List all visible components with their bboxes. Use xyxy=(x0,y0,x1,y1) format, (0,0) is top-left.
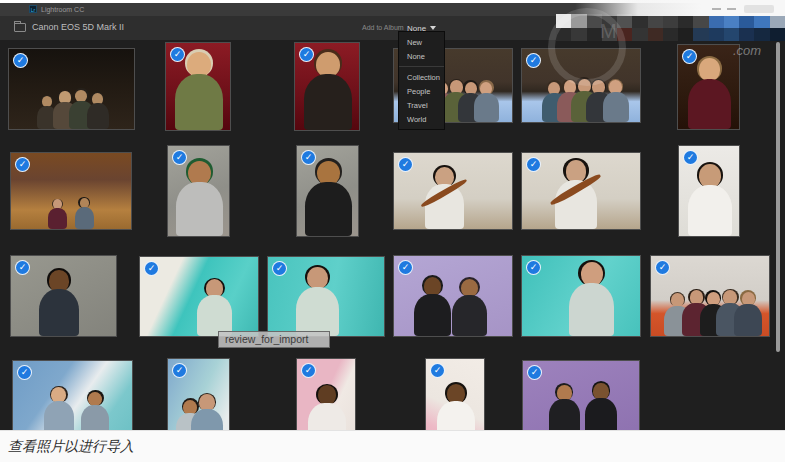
photo-thumbnail-10[interactable]: ✓ xyxy=(393,152,513,230)
photo-thumbnail-12[interactable]: ✓ xyxy=(678,145,740,237)
selected-check-badge[interactable]: ✓ xyxy=(15,157,30,172)
person-figure xyxy=(555,160,598,229)
mosaic-block xyxy=(663,28,678,42)
mosaic-block xyxy=(648,28,663,42)
photo-thumbnail-14[interactable]: ✓ xyxy=(139,256,259,337)
person-figure xyxy=(688,164,732,236)
person-figure xyxy=(197,279,232,336)
photo-thumbnail-23[interactable]: ✓ xyxy=(522,360,640,435)
mosaic-block xyxy=(724,28,739,42)
chevron-down-icon xyxy=(430,26,436,30)
menu-item-new[interactable]: New xyxy=(399,35,444,49)
selected-check-badge[interactable]: ✓ xyxy=(682,49,697,64)
mosaic-block xyxy=(648,14,663,28)
selected-check-badge[interactable]: ✓ xyxy=(301,363,316,378)
mosaic-block xyxy=(632,28,647,42)
person-figure xyxy=(688,58,732,129)
photo-thumbnail-2[interactable]: ✓ xyxy=(165,42,231,131)
minimize-icon[interactable] xyxy=(712,8,721,10)
photo-thumbnail-11[interactable]: ✓ xyxy=(521,152,641,230)
photo-thumbnail-3[interactable]: ✓ xyxy=(294,42,360,131)
selected-check-badge[interactable]: ✓ xyxy=(526,260,541,275)
filename-tooltip: review_for_import xyxy=(218,331,330,348)
person-figure xyxy=(296,267,339,336)
selected-check-badge[interactable]: ✓ xyxy=(299,47,314,62)
selected-check-badge[interactable]: ✓ xyxy=(683,150,698,165)
menu-item-world[interactable]: World xyxy=(399,112,444,126)
menu-item-travel[interactable]: Travel xyxy=(399,98,444,112)
menu-divider xyxy=(399,66,444,67)
photo-thumbnail-9[interactable]: ✓ xyxy=(296,145,359,237)
mosaic-block xyxy=(770,14,785,28)
person-figure xyxy=(304,52,353,130)
selected-check-badge[interactable]: ✓ xyxy=(17,365,32,380)
photo-thumbnail-1[interactable]: ✓ xyxy=(8,48,135,130)
selected-check-badge[interactable]: ✓ xyxy=(430,363,445,378)
mosaic-block xyxy=(587,28,602,42)
person-figure xyxy=(87,93,109,129)
selected-check-badge[interactable]: ✓ xyxy=(526,157,541,172)
selected-check-badge[interactable]: ✓ xyxy=(301,150,316,165)
mosaic-block xyxy=(693,28,708,42)
mosaic-block xyxy=(602,14,617,28)
photo-thumbnail-16[interactable]: ✓ xyxy=(393,255,513,337)
photo-thumbnail-6[interactable]: ✓ xyxy=(677,44,740,130)
photo-thumbnail-15[interactable]: ✓ xyxy=(267,256,385,337)
mosaic-block xyxy=(617,14,632,28)
selected-check-badge[interactable]: ✓ xyxy=(13,53,28,68)
photo-thumbnail-17[interactable]: ✓ xyxy=(521,255,641,337)
lightroom-app-icon: Lr xyxy=(29,5,37,13)
selected-check-badge[interactable]: ✓ xyxy=(398,260,413,275)
selected-check-badge[interactable]: ✓ xyxy=(15,260,30,275)
person-figure xyxy=(414,277,451,336)
maximize-icon[interactable] xyxy=(727,8,736,10)
mosaic-block xyxy=(602,28,617,42)
mosaic-block xyxy=(678,14,693,28)
person-figure xyxy=(175,52,224,130)
selected-check-badge[interactable]: ✓ xyxy=(526,53,541,68)
photo-thumbnail-18[interactable]: ✓ xyxy=(650,255,770,337)
person-figure xyxy=(569,262,615,336)
album-dropdown-menu: NewNoneCollectionPeopleTravelWorld xyxy=(398,31,445,130)
selected-check-badge[interactable]: ✓ xyxy=(172,363,187,378)
censored-mosaic-region xyxy=(556,14,785,41)
selected-check-badge[interactable]: ✓ xyxy=(655,260,670,275)
folder-icon xyxy=(14,23,26,32)
menu-item-none[interactable]: None xyxy=(399,49,444,63)
close-icon[interactable] xyxy=(744,5,774,13)
vertical-scrollbar[interactable] xyxy=(776,42,780,352)
photo-thumbnail-8[interactable]: ✓ xyxy=(167,145,230,237)
mosaic-block xyxy=(754,14,769,28)
person-figure xyxy=(305,161,352,236)
selected-check-badge[interactable]: ✓ xyxy=(144,261,159,276)
person-figure xyxy=(549,385,580,435)
photo-thumbnail-19[interactable]: ✓ xyxy=(12,360,133,438)
mosaic-block xyxy=(571,28,586,42)
mosaic-block xyxy=(632,14,647,28)
person-figure xyxy=(75,198,94,229)
photo-thumbnail-5[interactable]: ✓ xyxy=(521,48,641,123)
selected-check-badge[interactable]: ✓ xyxy=(272,261,287,276)
mosaic-block xyxy=(556,28,571,42)
mosaic-block xyxy=(739,28,754,42)
mosaic-block xyxy=(693,14,708,28)
source-device-title: Canon EOS 5D Mark II xyxy=(32,22,124,32)
selected-check-badge[interactable]: ✓ xyxy=(527,365,542,380)
person-figure xyxy=(425,167,464,229)
person-figure xyxy=(39,270,80,336)
mosaic-block xyxy=(724,14,739,28)
menu-item-collection[interactable]: Collection xyxy=(399,70,444,84)
add-to-album-label: Add to Album xyxy=(362,24,404,31)
selected-check-badge[interactable]: ✓ xyxy=(172,150,187,165)
mosaic-block xyxy=(754,28,769,42)
mosaic-block xyxy=(663,14,678,28)
selected-check-badge[interactable]: ✓ xyxy=(398,157,413,172)
menu-item-people[interactable]: People xyxy=(399,84,444,98)
photo-thumbnail-13[interactable]: ✓ xyxy=(10,255,117,337)
app-window: Lr Lightroom CC Canon EOS 5D Mark II Add… xyxy=(0,0,785,462)
mosaic-block xyxy=(709,14,724,28)
photo-thumbnail-7[interactable]: ✓ xyxy=(10,152,132,230)
selected-check-badge[interactable]: ✓ xyxy=(170,47,185,62)
status-bar: 查看照片以进行导入 xyxy=(0,430,785,462)
person-figure xyxy=(176,161,223,236)
